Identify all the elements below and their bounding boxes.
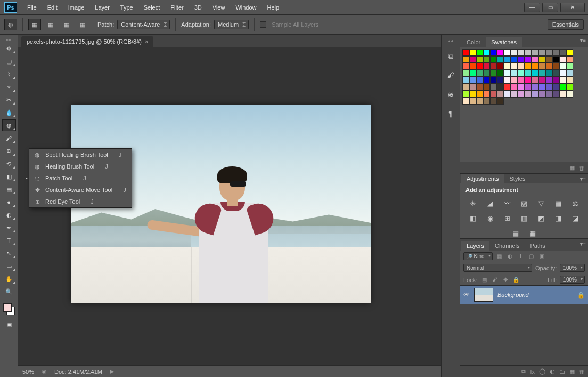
swatch[interactable] <box>566 70 573 77</box>
swatch[interactable] <box>490 49 497 56</box>
swatch[interactable] <box>483 49 490 56</box>
menu-window[interactable]: Window <box>231 2 261 13</box>
filter-smart-icon[interactable]: ▣ <box>538 253 546 260</box>
photo-filter-icon[interactable]: ◉ <box>485 213 495 223</box>
swatch[interactable] <box>469 70 476 77</box>
healing-brush-tool[interactable]: ◍ <box>2 119 16 131</box>
swatch[interactable] <box>462 56 469 63</box>
text-tool[interactable]: T <box>2 235 16 246</box>
swatch[interactable] <box>497 84 504 91</box>
adjustments-tab[interactable]: Adjustments <box>461 174 504 183</box>
swatch[interactable] <box>532 70 538 77</box>
layer-row-background[interactable]: 👁 Background 🔒 <box>460 286 588 304</box>
swatch[interactable] <box>566 77 573 84</box>
swatch-grid[interactable] <box>460 47 588 107</box>
zoom-level[interactable]: 50% <box>22 368 34 375</box>
move-tool[interactable]: ✥ <box>2 43 16 54</box>
swatch[interactable] <box>483 56 490 63</box>
color-tab[interactable]: Color <box>461 37 486 47</box>
selective-color-icon[interactable]: ▦ <box>527 228 538 238</box>
delete-layer-icon[interactable]: 🗑 <box>579 368 585 375</box>
new-fill-layer-icon[interactable]: ◐ <box>550 368 555 375</box>
dodge-tool[interactable]: ◐ <box>2 209 16 221</box>
swatch[interactable] <box>525 77 532 84</box>
lock-paint-icon[interactable]: 🖌 <box>491 276 499 284</box>
swatch[interactable] <box>559 77 566 84</box>
swatch[interactable] <box>518 84 525 91</box>
swatch[interactable] <box>490 91 497 98</box>
swatch[interactable] <box>545 70 552 77</box>
filter-pixel-icon[interactable]: ▦ <box>496 253 503 260</box>
menu-view[interactable]: View <box>208 2 230 13</box>
color-lookup-icon[interactable]: ▥ <box>519 213 529 223</box>
swatch[interactable] <box>483 98 490 105</box>
swatch[interactable] <box>469 56 476 63</box>
menu-file[interactable]: File <box>22 2 42 13</box>
swatch[interactable] <box>490 84 497 91</box>
swatch[interactable] <box>469 49 476 56</box>
swatch[interactable] <box>545 56 552 63</box>
swatch[interactable] <box>483 63 490 70</box>
vibrance-icon[interactable]: ▽ <box>536 198 546 208</box>
color-balance-icon[interactable]: ⚖ <box>570 198 581 208</box>
toolbar-collapse-handle[interactable]: ▸▸ <box>2 37 17 42</box>
swatch[interactable] <box>532 77 538 84</box>
swatch[interactable] <box>559 91 566 98</box>
channels-tab[interactable]: Channels <box>489 241 525 251</box>
document-tab[interactable]: pexels-photo-1121795.jpg @ 50% (RGB/8#) … <box>21 36 153 47</box>
hue-sat-icon[interactable]: ▦ <box>553 198 564 208</box>
swatch[interactable] <box>518 77 525 84</box>
swatch[interactable] <box>462 77 469 84</box>
selection-subtract-icon[interactable]: ▦ <box>60 19 73 30</box>
exposure-icon[interactable]: ▨ <box>519 198 529 208</box>
levels-icon[interactable]: ◢ <box>485 198 495 208</box>
swatch[interactable] <box>545 84 552 91</box>
workspace-switcher[interactable]: Essentials <box>548 19 584 30</box>
flyout-spot-healing[interactable]: ◍Spot Healing Brush ToolJ <box>29 149 132 161</box>
swatch[interactable] <box>469 63 476 70</box>
status-arrow-icon[interactable]: ▶ <box>110 368 114 375</box>
brush-tool[interactable]: 🖌 <box>2 132 16 144</box>
blend-mode-select[interactable]: Normal <box>463 264 532 272</box>
swatch[interactable] <box>525 91 532 98</box>
swatch[interactable] <box>476 91 483 98</box>
layer-thumbnail[interactable] <box>474 288 493 302</box>
swatch[interactable] <box>490 56 497 63</box>
swatch[interactable] <box>552 63 559 70</box>
menu-3d[interactable]: 3D <box>190 2 207 13</box>
swatch[interactable] <box>538 91 545 98</box>
swatch[interactable] <box>552 56 559 63</box>
swatch[interactable] <box>559 84 566 91</box>
history-panel-icon[interactable]: ⧉ <box>444 50 457 62</box>
history-brush-tool[interactable]: ⟲ <box>2 158 16 170</box>
swatch[interactable] <box>566 84 573 91</box>
eraser-tool[interactable]: ◧ <box>2 171 16 182</box>
canvas[interactable]: ◍Spot Healing Brush ToolJ ◍Healing Brush… <box>18 47 441 365</box>
swatch[interactable] <box>525 56 532 63</box>
swatch[interactable] <box>518 70 525 77</box>
current-tool-icon[interactable]: ◍ <box>4 19 17 30</box>
swatch[interactable] <box>532 63 538 70</box>
blur-tool[interactable]: ● <box>2 196 16 208</box>
hand-tool[interactable]: ✋ <box>2 273 16 285</box>
stamp-tool[interactable]: ⧉ <box>2 145 16 157</box>
maximize-button[interactable]: ▭ <box>542 3 558 12</box>
swatches-tab[interactable]: Swatches <box>486 37 522 47</box>
layer-name[interactable]: Background <box>497 292 573 298</box>
swatch[interactable] <box>511 63 518 70</box>
lasso-tool[interactable]: ⌇ <box>2 68 16 80</box>
flyout-patch-tool[interactable]: ◌Patch ToolJ <box>29 172 132 184</box>
layer-mask-icon[interactable]: ◯ <box>539 368 545 375</box>
flyout-content-aware-move[interactable]: ✥Content-Aware Move ToolJ <box>29 184 132 196</box>
crop-tool[interactable]: ✂ <box>2 94 16 106</box>
swatch[interactable] <box>538 63 545 70</box>
swatch[interactable] <box>538 56 545 63</box>
swatch[interactable] <box>511 91 518 98</box>
swatch[interactable] <box>559 70 566 77</box>
swatch[interactable] <box>545 63 552 70</box>
panel-menu-icon[interactable]: ▾≡ <box>580 176 586 182</box>
swatch[interactable] <box>462 49 469 56</box>
zoom-tool[interactable]: 🔍 <box>2 286 16 298</box>
shape-tool[interactable]: ▭ <box>2 260 16 272</box>
patch-mode-select[interactable]: Content-Aware <box>117 20 170 29</box>
